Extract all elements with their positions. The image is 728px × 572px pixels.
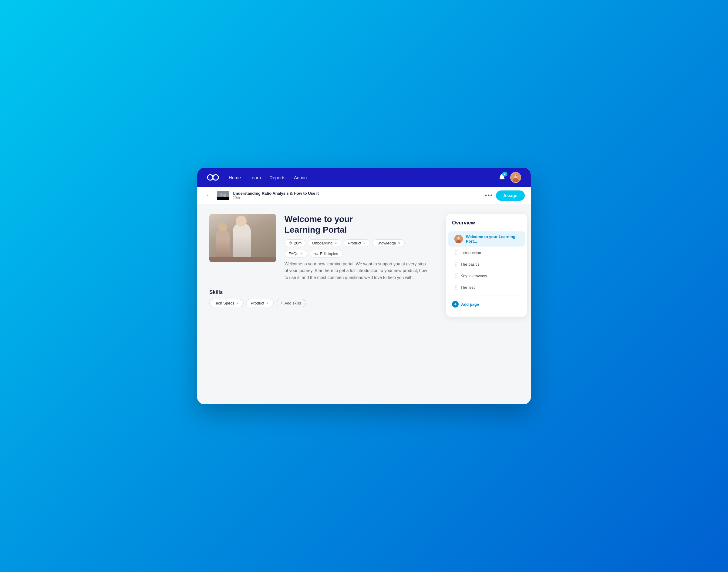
skills-row: Tech Specs × Product × + Add skills	[209, 299, 434, 307]
skill-product-label: Product	[250, 301, 264, 305]
svg-point-6	[516, 175, 517, 176]
svg-rect-10	[217, 197, 229, 200]
nav-right: 2	[499, 172, 521, 183]
course-duration: 20m	[233, 196, 318, 200]
tag-onboarding-remove[interactable]: ×	[334, 241, 337, 245]
hero-image	[209, 214, 276, 262]
skill-tech-specs-label: Tech Specs	[214, 301, 234, 305]
tag-onboarding: Onboarding ×	[308, 239, 341, 247]
tag-knowledge: Knowledge ×	[372, 239, 405, 247]
tag-product: Product ×	[344, 239, 370, 247]
svg-point-5	[514, 175, 516, 176]
nav-admin[interactable]: Admin	[294, 175, 307, 180]
tag-faqs: FAQs ×	[285, 250, 307, 258]
tag-product-remove[interactable]: ×	[363, 241, 366, 245]
overview-divider	[452, 295, 521, 295]
more-options-button[interactable]: •••	[482, 190, 496, 201]
overview-item-4[interactable]: The test	[448, 282, 525, 293]
skills-title: Skills	[209, 289, 434, 295]
tag-faqs-remove[interactable]: ×	[300, 252, 303, 256]
item-avatar-0	[454, 235, 463, 243]
tag-onboarding-label: Onboarding	[312, 241, 333, 245]
nav-learn[interactable]: Learn	[249, 175, 261, 180]
svg-point-12	[457, 236, 460, 239]
tag-icon: 🏷	[314, 252, 318, 256]
app-container: Home Learn Reports Admin 2	[197, 168, 531, 404]
svg-point-4	[513, 178, 519, 183]
overview-item-label-2: The basics	[460, 262, 519, 267]
back-button[interactable]: ←	[203, 191, 213, 200]
hero-section: Welcome to your Learning Portal ⏱ 20m On…	[209, 214, 434, 281]
overview-title: Overview	[446, 220, 527, 231]
hero-text: Welcome to your Learning Portal ⏱ 20m On…	[285, 214, 430, 281]
skill-product: Product ×	[246, 299, 274, 307]
tag-faqs-label: FAQs	[288, 252, 298, 256]
edit-topics-button[interactable]: 🏷 Edit topics	[310, 250, 343, 258]
add-skills-button[interactable]: + Add skills	[276, 299, 306, 307]
overview-card: Overview Welcome to your Learning Port..…	[446, 214, 527, 316]
overview-item-label-0: Welcome to your Learning Port...	[466, 234, 519, 243]
top-nav: Home Learn Reports Admin 2	[197, 168, 531, 187]
tag-knowledge-remove[interactable]: ×	[397, 241, 401, 245]
course-description: Welcome to your new learning portal! We …	[285, 261, 430, 281]
sub-header: ← Understanding Ratio Analysis & How to …	[197, 187, 531, 204]
plus-icon: +	[281, 301, 283, 305]
drag-handle-1	[454, 250, 457, 255]
add-page-icon: +	[452, 301, 459, 307]
clock-icon: ⏱	[288, 241, 292, 245]
svg-point-9	[223, 194, 226, 197]
content-area: Welcome to your Learning Portal ⏱ 20m On…	[197, 204, 446, 404]
main-content: Welcome to your Learning Portal ⏱ 20m On…	[197, 204, 531, 404]
drag-handle-2	[454, 262, 457, 267]
nav-home[interactable]: Home	[229, 175, 241, 180]
notification-badge: 2	[502, 172, 507, 176]
course-thumbnail	[217, 191, 229, 200]
nav-links: Home Learn Reports Admin	[229, 175, 499, 180]
overview-item-2[interactable]: The basics	[448, 259, 525, 270]
overview-item-label-4: The test	[460, 285, 519, 290]
skill-product-remove[interactable]: ×	[266, 301, 269, 305]
hero-title: Welcome to your Learning Portal	[285, 214, 430, 235]
svg-point-3	[514, 174, 517, 178]
overview-item-label-3: Key takeaways	[460, 274, 519, 278]
tag-knowledge-label: Knowledge	[376, 241, 396, 245]
overview-item-0[interactable]: Welcome to your Learning Port...	[448, 231, 525, 246]
skill-tech-specs-remove[interactable]: ×	[236, 301, 239, 305]
user-avatar[interactable]	[510, 172, 521, 183]
svg-point-8	[219, 193, 223, 197]
course-info: Understanding Ratio Analysis & How to Us…	[217, 191, 482, 200]
skill-tech-specs: Tech Specs ×	[209, 299, 243, 307]
skills-section: Skills Tech Specs × Product × + Add skil…	[209, 289, 434, 307]
notifications-bell[interactable]: 2	[499, 173, 505, 182]
drag-handle-3	[454, 273, 457, 278]
svg-point-1	[213, 175, 218, 180]
logo[interactable]	[207, 173, 219, 182]
drag-handle-4	[454, 285, 457, 290]
overview-item-label-1: Introduction	[460, 251, 519, 255]
tag-product-label: Product	[348, 241, 361, 245]
course-title: Understanding Ratio Analysis & How to Us…	[233, 191, 318, 196]
svg-point-0	[208, 175, 213, 180]
right-sidebar: Overview Welcome to your Learning Port..…	[446, 204, 531, 404]
tags-row: ⏱ 20m Onboarding × Product × Knowledge	[285, 239, 430, 247]
overview-item-1[interactable]: Introduction	[448, 247, 525, 258]
assign-button[interactable]: Assign	[496, 191, 525, 201]
back-arrow-icon: ←	[206, 193, 210, 198]
overview-item-3[interactable]: Key takeaways	[448, 270, 525, 281]
tags-row-2: FAQs × 🏷 Edit topics	[285, 250, 430, 258]
duration-tag: ⏱ 20m	[285, 239, 305, 247]
add-page-button[interactable]: + Add page	[446, 298, 527, 310]
nav-reports[interactable]: Reports	[269, 175, 285, 180]
